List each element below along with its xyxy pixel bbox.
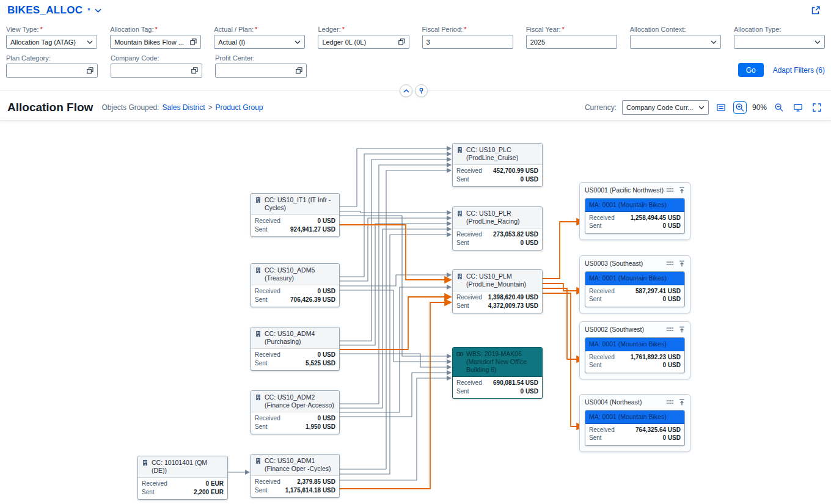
flow-edge-plm-g4 — [543, 293, 583, 426]
zoom-in-icon[interactable] — [733, 101, 747, 114]
flow-node-adm5[interactable]: CC: US10_ADM5 (Treasury)Received0 USDSen… — [251, 263, 340, 307]
flow-node-qm[interactable]: CC: 10101401 (QM (DE))Received0 EURSent2… — [137, 456, 228, 500]
sent-row: Sent706,426.39 USD — [255, 296, 335, 304]
value-help-icon[interactable] — [87, 67, 93, 74]
node-header: CC: US10_PLM (ProdLine_Mountain) — [453, 270, 542, 291]
node-title: CC: US10_ADM4 (Purchasing) — [265, 330, 335, 346]
flow-node-plm[interactable]: CC: US10_PLM (ProdLine_Mountain)Received… — [452, 269, 543, 313]
kv-value: 0 USD — [318, 217, 335, 225]
share-icon[interactable] — [809, 4, 822, 16]
kv-label: Sent — [255, 225, 268, 234]
allocation-card[interactable]: MA: 0001 (Mountain Bikes)Received764,325… — [585, 410, 685, 446]
grouped-link-product-group[interactable]: Product Group — [215, 103, 263, 112]
filter-label: Allocation Tag:* — [110, 26, 201, 33]
grid-menu-icon[interactable] — [666, 261, 674, 266]
flow-edge-it1-plm — [340, 225, 451, 280]
allocation-card-title: MA: 0001 (Mountain Bikes) — [585, 272, 684, 285]
value-help-icon[interactable] — [398, 38, 405, 45]
flow-node-adm2[interactable]: CC: US10_ADM2 (Finance Oper-Accesso)Rece… — [251, 390, 340, 434]
legend-icon[interactable] — [714, 101, 728, 114]
chevron-down-icon[interactable] — [95, 9, 101, 13]
received-row: Received1,398,620.49 USD — [456, 293, 538, 302]
input-ledger[interactable]: Ledger 0L (0L) — [318, 35, 409, 49]
flow-node-adm4[interactable]: CC: US10_ADM4 (Purchasing)Received0 USDS… — [251, 327, 340, 371]
input-allocation-tag[interactable]: Mountain Bikes Flow ... — [110, 35, 201, 49]
filter-field-allocation-type: Allocation Type: — [734, 26, 825, 49]
group-title: US0002 (Southwest) — [585, 326, 666, 333]
dropdown-allocation-type[interactable] — [734, 35, 825, 49]
field-value: Mountain Bikes Flow ... — [114, 38, 188, 46]
company-code-icon — [255, 394, 262, 401]
flow-node-wbs[interactable]: WBS: 2019-MAK06 (Markdorf New Office Bui… — [452, 347, 543, 399]
input-fiscal-year[interactable]: 2025 — [526, 35, 617, 49]
presentation-icon[interactable] — [791, 101, 805, 114]
company-code-icon — [456, 273, 463, 280]
objects-grouped: Objects Grouped: Sales District > Produc… — [101, 103, 263, 112]
grid-menu-icon[interactable] — [666, 327, 674, 332]
grouped-link-sales-district[interactable]: Sales District — [162, 103, 205, 112]
filter-label: Allocation Context: — [630, 26, 721, 33]
currency-select[interactable]: Company Code Curr... — [622, 100, 709, 115]
received-row: Received764,325.64 USD — [589, 426, 681, 434]
collapse-group-icon[interactable] — [679, 187, 685, 194]
wbs-icon — [456, 351, 463, 357]
group-node-g1[interactable]: US0001 (Pacific Northwest)MA: 0001 (Moun… — [579, 182, 690, 240]
kv-value: 690,081.54 USD — [493, 379, 538, 387]
kv-label: Received — [589, 353, 615, 362]
panel-header: Allocation Flow Objects Grouped: Sales D… — [0, 90, 831, 121]
collapse-header-button[interactable] — [400, 84, 412, 97]
pin-header-button[interactable] — [415, 84, 428, 97]
fullscreen-icon[interactable] — [810, 101, 824, 114]
allocation-card[interactable]: MA: 0001 (Mountain Bikes)Received1,761,8… — [585, 337, 685, 373]
input-company-code[interactable] — [111, 64, 202, 78]
node-title: CC: US10_PLM (ProdLine_Mountain) — [466, 272, 538, 288]
allocation-card[interactable]: MA: 0001 (Mountain Bikes)Received1,258,4… — [585, 198, 685, 234]
node-header: CC: US10_ADM1 (Finance Oper -Cycles) — [251, 455, 339, 476]
value-help-icon[interactable] — [191, 67, 198, 74]
flow-node-adm1[interactable]: CC: US10_ADM1 (Finance Oper -Cycles)Rece… — [251, 454, 340, 498]
node-title: WBS: 2019-MAK06 (Markdorf New Office Bui… — [466, 350, 538, 374]
allocation-card[interactable]: MA: 0001 (Mountain Bikes)Received587,297… — [585, 271, 685, 307]
kv-label: Received — [456, 230, 482, 239]
chevron-down-icon — [711, 40, 717, 44]
value-help-icon[interactable] — [190, 38, 197, 45]
zoom-out-icon[interactable] — [772, 101, 786, 114]
value-help-icon[interactable] — [296, 67, 302, 74]
kv-value: 0 USD — [318, 414, 335, 423]
group-node-g3[interactable]: US0003 (Southeast)MA: 0001 (Mountain Bik… — [579, 255, 690, 313]
collapse-group-icon[interactable] — [679, 399, 685, 406]
allocation-flow-chart: CC: 10101401 (QM (DE))Received0 EURSent2… — [0, 121, 831, 503]
flow-node-it1[interactable]: CC: US10_IT1 (IT Infr - Cycles)Received0… — [251, 193, 340, 237]
flow-node-plc[interactable]: CC: US10_PLC (ProdLine_Cruise)Received45… — [452, 143, 543, 187]
grid-menu-icon[interactable] — [666, 400, 674, 404]
dropdown-allocation-context[interactable] — [630, 35, 721, 49]
node-header: CC: 10101401 (QM (DE)) — [138, 456, 227, 478]
group-node-g4[interactable]: US0004 (Northeast)MA: 0001 (Mountain Bik… — [579, 394, 690, 452]
dropdown-actual-plan[interactable]: Actual (I) — [214, 35, 305, 49]
input-profit-center[interactable] — [215, 64, 307, 78]
filter-label: Ledger:* — [318, 26, 409, 33]
go-button[interactable]: Go — [738, 63, 764, 77]
collapse-group-icon[interactable] — [679, 260, 685, 267]
collapse-group-icon[interactable] — [679, 326, 685, 333]
input-fiscal-period[interactable]: 3 — [422, 35, 513, 49]
filter-field-company-code: Company Code: — [111, 54, 202, 78]
kv-label: Received — [255, 478, 280, 486]
input-plan-category[interactable] — [6, 64, 98, 78]
flow-edge-it1-plr — [340, 211, 451, 213]
flow-edges — [0, 121, 831, 503]
filter-label: Profit Center: — [215, 54, 307, 62]
dropdown-view-type[interactable]: Allocation Tag (ATAG) — [6, 35, 97, 49]
adapt-filters-link[interactable]: Adapt Filters (6) — [773, 66, 825, 75]
flow-node-plr[interactable]: CC: US10_PLR (ProdLine_Racing)Received27… — [452, 206, 543, 250]
kv-label: Received — [142, 480, 167, 488]
grid-menu-icon[interactable] — [666, 188, 674, 192]
filter-field-profit-center: Profit Center: — [215, 54, 307, 78]
field-value: Allocation Tag (ATAG) — [10, 38, 84, 46]
kv-value: 4,372,009.73 USD — [488, 302, 538, 310]
group-node-g2[interactable]: US0002 (Southwest)MA: 0001 (Mountain Bik… — [579, 321, 690, 379]
kv-value: 0 USD — [663, 361, 681, 370]
filter-label: Fiscal Year:* — [526, 26, 617, 33]
zoom-level: 90% — [752, 103, 767, 112]
kv-label: Sent — [589, 361, 602, 370]
